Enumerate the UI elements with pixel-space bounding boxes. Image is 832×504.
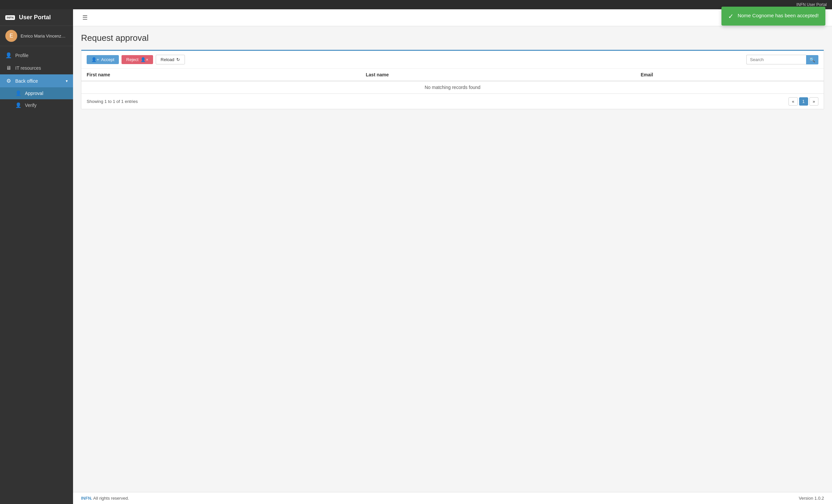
reload-icon: ↻: [176, 57, 180, 62]
data-table: First name Last name Email No matching r…: [81, 69, 824, 94]
reload-label: Reload: [161, 57, 174, 62]
table-header: First name Last name Email: [81, 69, 824, 81]
sidebar-nav: 👤 Profile 🖥 IT resources ⚙ Back office ▾…: [0, 46, 73, 504]
no-records-row: No matching records found: [81, 81, 824, 94]
search-input[interactable]: [746, 55, 806, 64]
col-firstname: First name: [81, 69, 361, 81]
content-topbar: ☰: [73, 9, 832, 26]
toast-notification: ✓ Nome Cognome has been accepted!: [722, 7, 825, 26]
avatar: E: [5, 30, 17, 42]
reject-label: Reject: [126, 57, 138, 62]
pagination-page1[interactable]: 1: [799, 97, 808, 106]
accept-button[interactable]: 👤+ Accept: [87, 55, 119, 64]
table-card: 👤+ Accept Reject 👤× Reload ↻ 🔍: [81, 50, 824, 109]
toast-message: Nome Cognome has been accepted!: [738, 12, 819, 19]
sidebar-app-name: User Portal: [19, 14, 51, 21]
profile-icon: 👤: [5, 52, 12, 58]
table-toolbar: 👤+ Accept Reject 👤× Reload ↻ 🔍: [81, 51, 824, 69]
table-footer: Showing 1 to 1 of 1 entries « 1 »: [81, 94, 824, 109]
page-area: Request approval 👤+ Accept Reject 👤× Rel…: [73, 26, 832, 492]
sidebar-item-verify[interactable]: 👤 Verify: [0, 99, 73, 111]
sidebar-item-profile-label: Profile: [15, 53, 29, 58]
version-number: 1.0.2: [814, 496, 824, 501]
accept-label: Accept: [101, 57, 114, 62]
sidebar-item-back-office-label: Back office: [15, 78, 38, 84]
pagination-prev[interactable]: «: [788, 97, 798, 106]
sidebar-item-verify-label: Verify: [25, 103, 36, 108]
footer-version: Version 1.0.2: [799, 496, 824, 501]
infn-badge: INFN: [5, 15, 15, 20]
verify-icon: 👤: [15, 102, 22, 108]
it-resources-icon: 🖥: [5, 65, 12, 71]
footer-text: INFN. All rights reserved.: [81, 496, 129, 501]
footer: INFN. All rights reserved. Version 1.0.2: [73, 492, 832, 504]
top-bar: INFN User Portal: [0, 0, 832, 9]
accept-icon: 👤+: [91, 57, 99, 62]
sidebar-item-it-resources-label: IT resources: [15, 65, 41, 71]
pagination: « 1 »: [788, 97, 818, 106]
footer-rights: All rights reserved.: [92, 496, 129, 501]
sidebar-item-approval-label: Approval: [25, 91, 43, 96]
user-name: Enrico Maria Vincenzo Fa: [21, 33, 68, 38]
col-email: Email: [635, 69, 824, 81]
table-body: No matching records found: [81, 81, 824, 94]
col-lastname: Last name: [361, 69, 635, 81]
search-button[interactable]: 🔍: [806, 55, 818, 64]
approval-icon: 👤: [15, 90, 22, 96]
sidebar-item-profile[interactable]: 👤 Profile: [0, 49, 73, 62]
pagination-next[interactable]: »: [809, 97, 818, 106]
search-icon: 🔍: [809, 57, 815, 62]
main-content: ☰ Request approval 👤+ Accept Reject 👤×: [73, 9, 832, 504]
sidebar-user[interactable]: E Enrico Maria Vincenzo Fa: [0, 26, 73, 46]
sidebar: INFN User Portal E Enrico Maria Vincenzo…: [0, 9, 73, 504]
version-label: Version: [799, 496, 813, 501]
avatar-initials: E: [10, 33, 13, 39]
sidebar-header: INFN User Portal: [0, 9, 73, 26]
search-group: 🔍: [746, 55, 818, 64]
page-title: Request approval: [81, 33, 824, 43]
sidebar-item-approval[interactable]: 👤 Approval: [0, 87, 73, 99]
reject-button[interactable]: Reject 👤×: [122, 55, 153, 64]
app-container: INFN User Portal E Enrico Maria Vincenzo…: [0, 9, 832, 504]
top-bar-title: INFN User Portal: [797, 2, 827, 7]
check-icon: ✓: [728, 12, 734, 20]
reload-button[interactable]: Reload ↻: [156, 55, 185, 64]
no-records-message: No matching records found: [81, 81, 824, 94]
sidebar-item-it-resources[interactable]: 🖥 IT resources: [0, 62, 73, 74]
footer-brand: INFN.: [81, 496, 92, 501]
hamburger-button[interactable]: ☰: [80, 12, 90, 23]
header-row: First name Last name Email: [81, 69, 824, 81]
back-office-icon: ⚙: [5, 78, 12, 84]
entries-info: Showing 1 to 1 of 1 entries: [87, 99, 138, 104]
chevron-down-icon: ▾: [66, 79, 68, 83]
reject-icon: 👤×: [140, 57, 149, 62]
sidebar-item-back-office[interactable]: ⚙ Back office ▾: [0, 74, 73, 87]
